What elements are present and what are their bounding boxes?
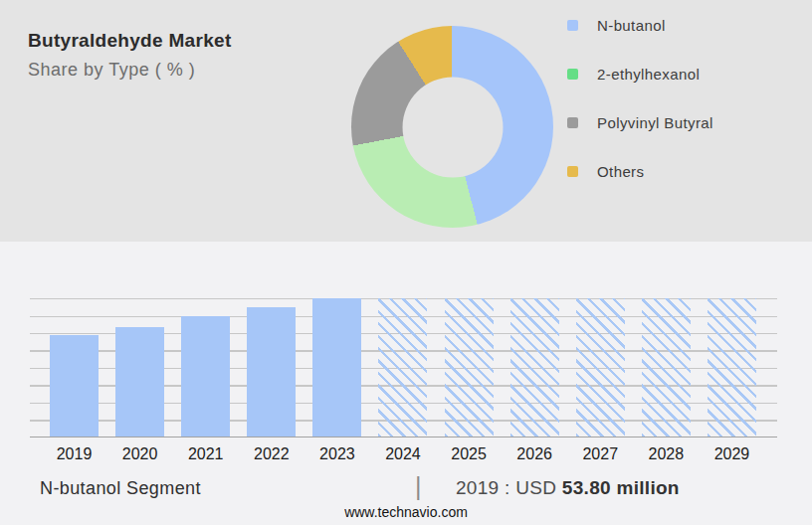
legend-swatch-icon: [567, 117, 578, 128]
divider-bar: |: [415, 472, 422, 501]
year-label-2020: 2020: [115, 445, 164, 463]
legend-swatch-icon: [567, 166, 578, 177]
bar-2028: [642, 298, 691, 437]
bar-2022: [247, 307, 296, 437]
year-label-2023: 2023: [312, 445, 361, 463]
x-axis-labels: 2019202020212022202320242025202620272028…: [50, 445, 756, 463]
bar-2023: [312, 298, 361, 437]
bar-chart: [30, 298, 777, 438]
year-label-2022: 2022: [247, 445, 296, 463]
bar-2021: [181, 316, 230, 437]
year-label-2021: 2021: [181, 445, 230, 463]
legend-label: 2-ethylhexanol: [597, 66, 700, 83]
year-label-2024: 2024: [378, 445, 427, 463]
share-by-type-panel: Butyraldehyde Market Share by Type ( % )…: [0, 0, 812, 242]
year-label-2029: 2029: [708, 445, 756, 463]
legend-item: Others: [567, 163, 713, 179]
bar-2025: [445, 298, 494, 437]
legend-label: N-butanol: [597, 17, 666, 34]
bar-2029: [708, 298, 756, 437]
year-label-2026: 2026: [510, 445, 559, 463]
legend: N-butanol 2-ethylhexanol Polyvinyl Butyr…: [567, 17, 713, 212]
bars-row: [50, 298, 756, 437]
donut-chart: [351, 26, 553, 228]
title-block: Butyraldehyde Market Share by Type ( % ): [28, 30, 232, 81]
legend-item: Polyvinyl Butyral: [567, 114, 713, 130]
segment-label: N-butanol Segment: [40, 478, 201, 499]
legend-label: Others: [597, 163, 644, 180]
website-url: www.technavio.com: [0, 504, 812, 520]
market-value-prefix: 2019 : USD: [456, 477, 556, 498]
legend-label: Polyvinyl Butyral: [597, 114, 713, 131]
year-label-2027: 2027: [576, 445, 625, 463]
donut-hole: [402, 77, 503, 177]
legend-swatch-icon: [567, 69, 578, 80]
bar-2020: [115, 327, 164, 437]
bar-2027: [576, 298, 625, 437]
market-value-annotation: 2019 : USD 53.80 million: [456, 477, 680, 499]
legend-item: N-butanol: [567, 17, 713, 33]
year-label-2028: 2028: [642, 445, 691, 463]
year-label-2019: 2019: [50, 445, 99, 463]
bar-2026: [510, 298, 559, 437]
market-value-bold: 53.80 million: [562, 477, 680, 498]
legend-swatch-icon: [567, 20, 578, 31]
bar-2019: [50, 335, 99, 437]
year-label-2025: 2025: [445, 445, 494, 463]
bar-2024: [378, 298, 427, 437]
market-size-panel: 2019202020212022202320242025202620272028…: [0, 242, 812, 525]
page-title: Butyraldehyde Market: [28, 30, 232, 52]
legend-item: 2-ethylhexanol: [567, 66, 713, 82]
page-subtitle: Share by Type ( % ): [28, 60, 232, 81]
